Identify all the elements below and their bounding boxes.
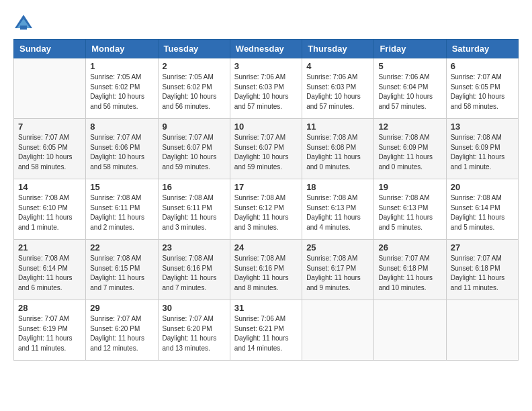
calendar-cell: 1Sunrise: 7:05 AM Sunset: 6:02 PM Daylig… [86,58,158,119]
day-info: Sunrise: 7:08 AM Sunset: 6:08 PM Dayligh… [306,133,369,172]
weekday-header-thursday: Thursday [302,40,374,58]
day-info: Sunrise: 7:08 AM Sunset: 6:11 PM Dayligh… [163,193,226,232]
day-info: Sunrise: 7:08 AM Sunset: 6:13 PM Dayligh… [306,193,369,232]
day-info: Sunrise: 7:07 AM Sunset: 6:07 PM Dayligh… [163,133,226,172]
weekday-header-wednesday: Wednesday [230,40,302,58]
page: SundayMondayTuesdayWednesdayThursdayFrid… [0,0,532,367]
calendar-cell: 12Sunrise: 7:08 AM Sunset: 6:09 PM Dayli… [374,119,446,179]
day-number: 30 [163,303,226,313]
day-info: Sunrise: 7:05 AM Sunset: 6:02 PM Dayligh… [163,73,226,111]
calendar-cell: 31Sunrise: 7:06 AM Sunset: 6:21 PM Dayli… [230,300,302,361]
calendar-cell: 22Sunrise: 7:08 AM Sunset: 6:15 PM Dayli… [86,240,158,300]
week-row-2: 7Sunrise: 7:07 AM Sunset: 6:05 PM Daylig… [14,119,519,179]
day-number: 15 [90,182,153,192]
day-number: 18 [306,182,369,192]
day-number: 20 [451,182,514,192]
calendar-cell: 21Sunrise: 7:08 AM Sunset: 6:14 PM Dayli… [14,240,86,300]
day-info: Sunrise: 7:08 AM Sunset: 6:13 PM Dayligh… [378,193,441,232]
day-info: Sunrise: 7:08 AM Sunset: 6:11 PM Dayligh… [90,193,153,232]
day-info: Sunrise: 7:08 AM Sunset: 6:14 PM Dayligh… [18,254,81,293]
day-info: Sunrise: 7:06 AM Sunset: 6:21 PM Dayligh… [234,314,298,353]
calendar-cell: 25Sunrise: 7:08 AM Sunset: 6:17 PM Dayli… [302,240,374,300]
calendar-cell: 17Sunrise: 7:08 AM Sunset: 6:12 PM Dayli… [230,179,302,240]
weekday-header-tuesday: Tuesday [158,40,230,58]
weekday-header-row: SundayMondayTuesdayWednesdayThursdayFrid… [14,40,519,58]
day-number: 25 [306,242,369,253]
calendar-cell [302,300,374,361]
calendar-cell: 8Sunrise: 7:07 AM Sunset: 6:06 PM Daylig… [86,119,158,179]
day-info: Sunrise: 7:06 AM Sunset: 6:04 PM Dayligh… [378,73,441,111]
day-info: Sunrise: 7:08 AM Sunset: 6:16 PM Dayligh… [234,254,298,293]
calendar-cell: 3Sunrise: 7:06 AM Sunset: 6:03 PM Daylig… [230,58,302,119]
calendar-cell [14,58,86,119]
calendar-cell: 20Sunrise: 7:08 AM Sunset: 6:14 PM Dayli… [446,179,518,240]
calendar-cell: 29Sunrise: 7:07 AM Sunset: 6:20 PM Dayli… [86,300,158,361]
day-info: Sunrise: 7:07 AM Sunset: 6:19 PM Dayligh… [18,314,81,353]
day-number: 6 [451,61,514,71]
calendar-cell [446,300,518,361]
day-info: Sunrise: 7:07 AM Sunset: 6:05 PM Dayligh… [18,133,81,172]
calendar-cell [374,300,446,361]
calendar-cell: 18Sunrise: 7:08 AM Sunset: 6:13 PM Dayli… [302,179,374,240]
week-row-1: 1Sunrise: 7:05 AM Sunset: 6:02 PM Daylig… [14,58,519,119]
weekday-header-monday: Monday [86,40,158,58]
calendar-cell: 2Sunrise: 7:05 AM Sunset: 6:02 PM Daylig… [158,58,230,119]
day-number: 23 [163,242,226,253]
day-number: 27 [451,242,514,253]
day-info: Sunrise: 7:07 AM Sunset: 6:07 PM Dayligh… [234,133,298,172]
calendar-cell: 28Sunrise: 7:07 AM Sunset: 6:19 PM Dayli… [14,300,86,361]
day-info: Sunrise: 7:07 AM Sunset: 6:18 PM Dayligh… [451,254,514,293]
calendar-cell: 15Sunrise: 7:08 AM Sunset: 6:11 PM Dayli… [86,179,158,240]
day-number: 31 [234,303,298,313]
day-number: 4 [306,61,369,71]
day-info: Sunrise: 7:08 AM Sunset: 6:12 PM Dayligh… [234,193,298,232]
day-number: 22 [90,242,153,253]
week-row-3: 14Sunrise: 7:08 AM Sunset: 6:10 PM Dayli… [14,179,519,240]
day-info: Sunrise: 7:07 AM Sunset: 6:05 PM Dayligh… [451,73,514,111]
calendar-cell: 14Sunrise: 7:08 AM Sunset: 6:10 PM Dayli… [14,179,86,240]
day-number: 1 [90,61,153,71]
day-number: 9 [163,122,226,132]
calendar-cell: 24Sunrise: 7:08 AM Sunset: 6:16 PM Dayli… [230,240,302,300]
day-number: 3 [234,61,298,71]
day-number: 10 [234,122,298,132]
day-number: 28 [18,303,81,313]
day-info: Sunrise: 7:06 AM Sunset: 6:03 PM Dayligh… [306,73,369,111]
day-info: Sunrise: 7:08 AM Sunset: 6:10 PM Dayligh… [18,193,81,232]
day-info: Sunrise: 7:07 AM Sunset: 6:20 PM Dayligh… [163,314,226,353]
calendar-cell: 27Sunrise: 7:07 AM Sunset: 6:18 PM Dayli… [446,240,518,300]
weekday-header-saturday: Saturday [446,40,518,58]
day-number: 13 [451,122,514,132]
day-number: 7 [18,122,81,132]
day-info: Sunrise: 7:07 AM Sunset: 6:06 PM Dayligh… [90,133,153,172]
day-info: Sunrise: 7:08 AM Sunset: 6:09 PM Dayligh… [378,133,441,172]
day-number: 11 [306,122,369,132]
day-info: Sunrise: 7:08 AM Sunset: 6:17 PM Dayligh… [306,254,369,293]
day-number: 16 [163,182,226,192]
header [13,13,519,32]
day-info: Sunrise: 7:08 AM Sunset: 6:09 PM Dayligh… [451,133,514,172]
day-number: 8 [90,122,153,132]
logo-icon [13,13,34,32]
day-info: Sunrise: 7:08 AM Sunset: 6:16 PM Dayligh… [163,254,226,293]
logo [13,13,36,32]
calendar: SundayMondayTuesdayWednesdayThursdayFrid… [13,39,519,361]
day-number: 2 [163,61,226,71]
day-number: 5 [378,61,441,71]
day-number: 26 [378,242,441,253]
calendar-cell: 4Sunrise: 7:06 AM Sunset: 6:03 PM Daylig… [302,58,374,119]
calendar-cell: 19Sunrise: 7:08 AM Sunset: 6:13 PM Dayli… [374,179,446,240]
day-number: 29 [90,303,153,313]
calendar-cell: 16Sunrise: 7:08 AM Sunset: 6:11 PM Dayli… [158,179,230,240]
day-info: Sunrise: 7:07 AM Sunset: 6:18 PM Dayligh… [378,254,441,293]
calendar-cell: 26Sunrise: 7:07 AM Sunset: 6:18 PM Dayli… [374,240,446,300]
day-info: Sunrise: 7:07 AM Sunset: 6:20 PM Dayligh… [90,314,153,353]
day-info: Sunrise: 7:06 AM Sunset: 6:03 PM Dayligh… [234,73,298,111]
week-row-4: 21Sunrise: 7:08 AM Sunset: 6:14 PM Dayli… [14,240,519,300]
day-number: 24 [234,242,298,253]
calendar-cell: 6Sunrise: 7:07 AM Sunset: 6:05 PM Daylig… [446,58,518,119]
day-number: 12 [378,122,441,132]
calendar-cell: 11Sunrise: 7:08 AM Sunset: 6:08 PM Dayli… [302,119,374,179]
day-number: 21 [18,242,81,253]
calendar-cell: 5Sunrise: 7:06 AM Sunset: 6:04 PM Daylig… [374,58,446,119]
